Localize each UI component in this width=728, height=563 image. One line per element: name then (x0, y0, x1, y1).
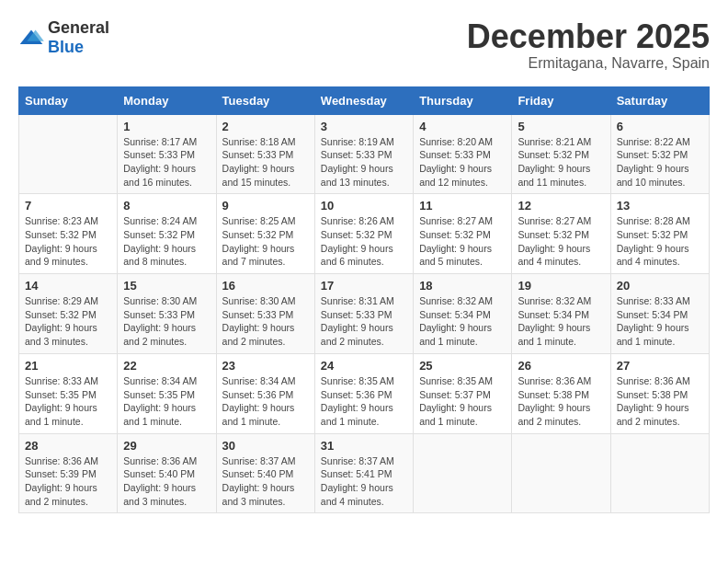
weekday-header-tuesday: Tuesday (216, 86, 314, 114)
day-info: Sunrise: 8:23 AMSunset: 5:32 PMDaylight:… (25, 214, 111, 269)
calendar-cell: 15Sunrise: 8:30 AMSunset: 5:33 PMDayligh… (118, 274, 216, 354)
day-number: 6 (617, 120, 703, 133)
day-info: Sunrise: 8:37 AMSunset: 5:41 PMDaylight:… (321, 454, 407, 509)
calendar-cell: 13Sunrise: 8:28 AMSunset: 5:32 PMDayligh… (610, 194, 709, 274)
calendar-cell: 22Sunrise: 8:34 AMSunset: 5:35 PMDayligh… (118, 353, 216, 433)
day-info: Sunrise: 8:33 AMSunset: 5:34 PMDaylight:… (617, 294, 703, 349)
page-header: General Blue December 2025 Ermitagana, N… (18, 18, 710, 72)
day-number: 24 (321, 359, 407, 373)
day-number: 17 (321, 279, 407, 293)
day-number: 14 (25, 279, 111, 293)
calendar-cell: 23Sunrise: 8:34 AMSunset: 5:36 PMDayligh… (216, 353, 314, 433)
day-info: Sunrise: 8:34 AMSunset: 5:35 PMDaylight:… (123, 374, 210, 429)
weekday-header-thursday: Thursday (414, 86, 512, 114)
logo-icon (18, 29, 44, 47)
day-info: Sunrise: 8:17 AMSunset: 5:33 PMDaylight:… (123, 135, 210, 190)
calendar-cell: 27Sunrise: 8:36 AMSunset: 5:38 PMDayligh… (610, 353, 709, 433)
day-info: Sunrise: 8:36 AMSunset: 5:40 PMDaylight:… (123, 454, 210, 509)
day-number: 29 (123, 439, 210, 453)
calendar-cell: 9Sunrise: 8:25 AMSunset: 5:32 PMDaylight… (216, 194, 314, 274)
day-info: Sunrise: 8:33 AMSunset: 5:35 PMDaylight:… (25, 374, 111, 429)
day-info: Sunrise: 8:21 AMSunset: 5:32 PMDaylight:… (518, 135, 604, 190)
day-info: Sunrise: 8:20 AMSunset: 5:33 PMDaylight:… (419, 135, 506, 190)
day-info: Sunrise: 8:28 AMSunset: 5:32 PMDaylight:… (617, 214, 703, 269)
day-number: 27 (617, 359, 703, 373)
day-number: 9 (222, 199, 309, 213)
calendar-cell: 24Sunrise: 8:35 AMSunset: 5:36 PMDayligh… (314, 353, 413, 433)
calendar-cell: 8Sunrise: 8:24 AMSunset: 5:32 PMDaylight… (118, 194, 216, 274)
calendar-cell: 26Sunrise: 8:36 AMSunset: 5:38 PMDayligh… (512, 353, 610, 433)
day-number: 8 (123, 199, 210, 213)
calendar-week-row: 14Sunrise: 8:29 AMSunset: 5:32 PMDayligh… (19, 274, 710, 354)
calendar-cell: 18Sunrise: 8:32 AMSunset: 5:34 PMDayligh… (414, 274, 512, 354)
weekday-header-sunday: Sunday (19, 86, 118, 114)
day-number: 1 (123, 120, 210, 133)
day-info: Sunrise: 8:32 AMSunset: 5:34 PMDaylight:… (419, 294, 506, 349)
logo-blue-text: Blue (48, 38, 84, 56)
day-number: 7 (25, 199, 111, 213)
day-number: 28 (25, 439, 111, 453)
page-subtitle: Ermitagana, Navarre, Spain (467, 55, 710, 72)
day-info: Sunrise: 8:34 AMSunset: 5:36 PMDaylight:… (222, 374, 309, 429)
day-number: 19 (518, 279, 604, 293)
day-number: 23 (222, 359, 309, 373)
day-number: 30 (222, 439, 309, 453)
day-number: 10 (321, 199, 407, 213)
day-number: 25 (419, 359, 506, 373)
day-number: 4 (419, 120, 506, 133)
calendar-cell: 7Sunrise: 8:23 AMSunset: 5:32 PMDaylight… (19, 194, 118, 274)
day-number: 15 (123, 279, 210, 293)
weekday-header-saturday: Saturday (610, 86, 709, 114)
page-title: December 2025 (467, 18, 710, 55)
day-info: Sunrise: 8:36 AMSunset: 5:38 PMDaylight:… (518, 374, 604, 429)
calendar-cell: 25Sunrise: 8:35 AMSunset: 5:37 PMDayligh… (414, 353, 512, 433)
day-info: Sunrise: 8:18 AMSunset: 5:33 PMDaylight:… (222, 135, 309, 190)
calendar-header-row: SundayMondayTuesdayWednesdayThursdayFrid… (19, 86, 710, 114)
day-number: 26 (518, 359, 604, 373)
calendar-cell: 14Sunrise: 8:29 AMSunset: 5:32 PMDayligh… (19, 274, 118, 354)
day-info: Sunrise: 8:22 AMSunset: 5:32 PMDaylight:… (617, 135, 703, 190)
day-number: 12 (518, 199, 604, 213)
day-info: Sunrise: 8:19 AMSunset: 5:33 PMDaylight:… (321, 135, 407, 190)
calendar-cell: 10Sunrise: 8:26 AMSunset: 5:32 PMDayligh… (314, 194, 413, 274)
calendar-cell: 21Sunrise: 8:33 AMSunset: 5:35 PMDayligh… (19, 353, 118, 433)
day-number: 18 (419, 279, 506, 293)
calendar-cell: 20Sunrise: 8:33 AMSunset: 5:34 PMDayligh… (610, 274, 709, 354)
calendar-cell: 29Sunrise: 8:36 AMSunset: 5:40 PMDayligh… (118, 433, 216, 513)
calendar-cell (610, 433, 709, 513)
day-number: 3 (321, 120, 407, 133)
day-info: Sunrise: 8:29 AMSunset: 5:32 PMDaylight:… (25, 294, 111, 349)
day-info: Sunrise: 8:35 AMSunset: 5:37 PMDaylight:… (419, 374, 506, 429)
calendar-cell (512, 433, 610, 513)
calendar-week-row: 21Sunrise: 8:33 AMSunset: 5:35 PMDayligh… (19, 353, 710, 433)
calendar-cell: 1Sunrise: 8:17 AMSunset: 5:33 PMDaylight… (118, 114, 216, 194)
day-info: Sunrise: 8:27 AMSunset: 5:32 PMDaylight:… (419, 214, 506, 269)
calendar-cell: 5Sunrise: 8:21 AMSunset: 5:32 PMDaylight… (512, 114, 610, 194)
day-number: 20 (617, 279, 703, 293)
day-info: Sunrise: 8:30 AMSunset: 5:33 PMDaylight:… (222, 294, 309, 349)
logo-general-text: General (48, 18, 109, 37)
calendar-cell: 28Sunrise: 8:36 AMSunset: 5:39 PMDayligh… (19, 433, 118, 513)
day-info: Sunrise: 8:27 AMSunset: 5:32 PMDaylight:… (518, 214, 604, 269)
day-info: Sunrise: 8:35 AMSunset: 5:36 PMDaylight:… (321, 374, 407, 429)
day-info: Sunrise: 8:36 AMSunset: 5:39 PMDaylight:… (25, 454, 111, 509)
weekday-header-friday: Friday (512, 86, 610, 114)
day-info: Sunrise: 8:24 AMSunset: 5:32 PMDaylight:… (123, 214, 210, 269)
day-number: 22 (123, 359, 210, 373)
day-number: 31 (321, 439, 407, 453)
calendar-cell: 19Sunrise: 8:32 AMSunset: 5:34 PMDayligh… (512, 274, 610, 354)
day-info: Sunrise: 8:30 AMSunset: 5:33 PMDaylight:… (123, 294, 210, 349)
logo: General Blue (18, 18, 109, 57)
day-number: 5 (518, 120, 604, 133)
calendar-cell (19, 114, 118, 194)
calendar-week-row: 7Sunrise: 8:23 AMSunset: 5:32 PMDaylight… (19, 194, 710, 274)
calendar-cell: 16Sunrise: 8:30 AMSunset: 5:33 PMDayligh… (216, 274, 314, 354)
day-number: 11 (419, 199, 506, 213)
calendar-cell: 11Sunrise: 8:27 AMSunset: 5:32 PMDayligh… (414, 194, 512, 274)
weekday-header-monday: Monday (118, 86, 216, 114)
calendar-cell (414, 433, 512, 513)
calendar-cell: 17Sunrise: 8:31 AMSunset: 5:33 PMDayligh… (314, 274, 413, 354)
day-info: Sunrise: 8:32 AMSunset: 5:34 PMDaylight:… (518, 294, 604, 349)
calendar-cell: 31Sunrise: 8:37 AMSunset: 5:41 PMDayligh… (314, 433, 413, 513)
day-info: Sunrise: 8:26 AMSunset: 5:32 PMDaylight:… (321, 214, 407, 269)
